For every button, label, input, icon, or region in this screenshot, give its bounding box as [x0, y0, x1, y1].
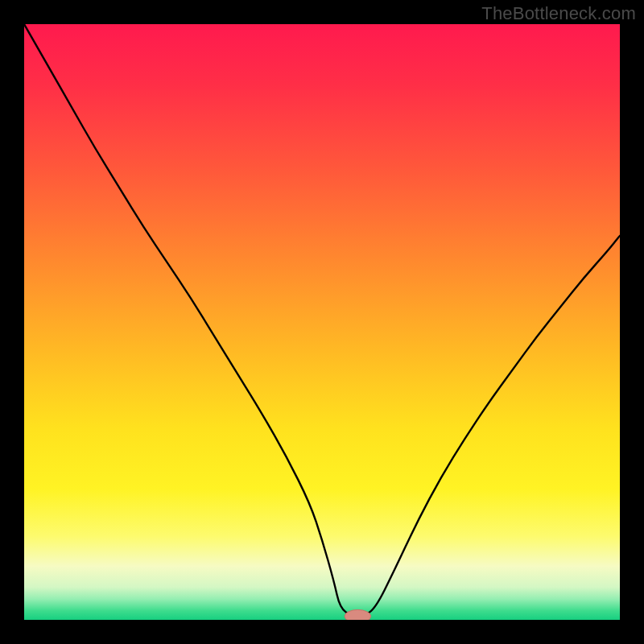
minimum-marker	[345, 609, 371, 620]
chart-svg	[24, 24, 620, 620]
chart-frame: TheBottleneck.com	[0, 0, 644, 644]
gradient-background	[24, 24, 620, 620]
plot-area	[24, 24, 620, 620]
watermark-text: TheBottleneck.com	[481, 3, 636, 24]
